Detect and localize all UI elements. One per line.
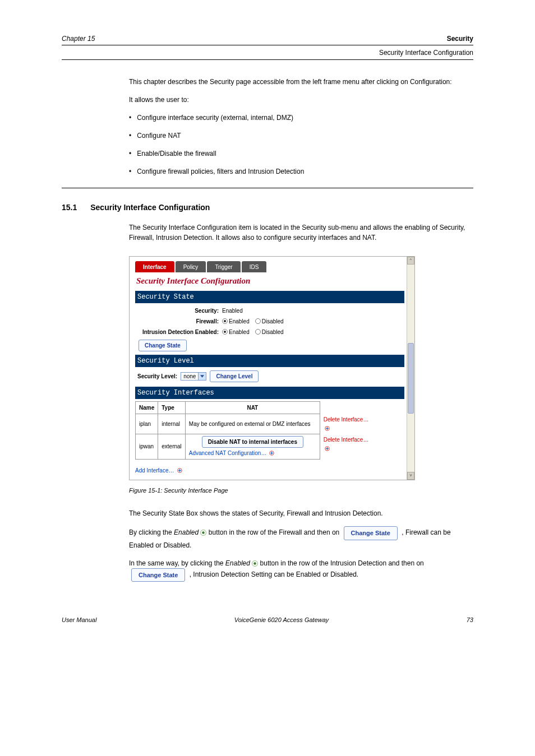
row2-nat: Disable NAT to internal interfaces Advan… <box>185 434 320 459</box>
row1-nat: May be configured on external or DMZ int… <box>185 414 320 434</box>
disable-nat-button[interactable]: Disable NAT to internal interfaces <box>202 436 303 448</box>
ids-disabled-radio[interactable]: Disabled <box>255 328 284 336</box>
change-state-inline-button[interactable]: Change State <box>344 526 398 540</box>
add-interface-link[interactable]: Add Interface… <box>135 467 174 474</box>
delete-interface-link[interactable]: Delete Interface… <box>324 416 369 423</box>
svg-point-5 <box>202 532 205 534</box>
security-value: Enabled <box>222 307 243 315</box>
tab-interface[interactable]: Interface <box>135 261 174 272</box>
footer-left: User Manual <box>62 615 96 625</box>
change-level-button[interactable]: Change Level <box>210 370 259 382</box>
col-name: Name <box>136 401 158 414</box>
action-icon <box>325 446 330 451</box>
footer-right: 73 <box>467 615 473 625</box>
scroll-track[interactable] <box>407 265 414 472</box>
interfaces-table: Name Type NAT iplan internal May be conf… <box>135 401 376 460</box>
level-label: Security Level: <box>137 372 177 381</box>
row2-name: ipwan <box>136 434 158 459</box>
firewall-enabled-radio[interactable]: Enabled <box>222 317 250 326</box>
col-type: Type <box>158 401 186 414</box>
body-paragraph: In the same way, by clicking the Enabled… <box>129 558 473 582</box>
security-label: Security: <box>135 307 222 315</box>
delete-interface-link[interactable]: Delete Interface… <box>324 437 369 443</box>
section-bar-interfaces: Security Interfaces <box>135 387 404 399</box>
radio-selected-icon <box>252 560 258 567</box>
row1-name: iplan <box>136 414 158 434</box>
action-icon <box>325 426 330 431</box>
firewall-label: Firewall: <box>135 317 222 326</box>
table-header-row: Name Type NAT <box>136 401 376 414</box>
divider <box>62 188 473 188</box>
table-row: ipwan external Disable NAT to internal i… <box>136 434 376 459</box>
section-desc: The Security Interface Configuration ite… <box>129 222 473 243</box>
ids-label: Intrusion Detection Enabled: <box>135 328 222 336</box>
intro-b1: • Configure interface security (external… <box>129 113 473 123</box>
footer-center: VoiceGenie 6020 Access Gateway <box>234 615 329 625</box>
header-chapter: Chapter 15 <box>62 34 95 44</box>
body-paragraph: By clicking the Enabled button in the ro… <box>129 526 473 550</box>
level-select[interactable]: none <box>181 372 206 381</box>
tab-policy[interactable]: Policy <box>176 261 206 272</box>
intro-p1: This chapter describes the Security page… <box>129 77 473 87</box>
intro-p2: It allows the user to: <box>129 95 473 105</box>
intro-b4: • Configure firewall policies, filters a… <box>129 166 473 177</box>
figure-caption: Figure 15-1: Security Interface Page <box>129 486 473 495</box>
header-sub: Security Interface Configuration <box>62 46 473 60</box>
firewall-disabled-radio[interactable]: Disabled <box>255 317 284 326</box>
intro-b2: • Configure NAT <box>129 131 473 141</box>
advanced-nat-link[interactable]: Advanced NAT Configuration… <box>189 450 267 456</box>
tab-trigger[interactable]: Trigger <box>207 261 240 272</box>
radio-selected-icon <box>200 530 206 536</box>
change-state-button[interactable]: Change State <box>139 340 187 351</box>
col-nat: NAT <box>185 401 320 414</box>
figure-screenshot: ^ v Interface Policy Trigger IDS Securit… <box>129 256 415 480</box>
section-bar-state: Security State <box>135 291 404 303</box>
table-row: iplan internal May be configured on exte… <box>136 414 376 434</box>
svg-point-7 <box>254 562 256 564</box>
ids-enabled-radio[interactable]: Enabled <box>222 328 250 336</box>
header-title: Security <box>95 34 473 44</box>
intro-b3: • Enable/Disable the firewall <box>129 149 473 159</box>
section-title: Security Interface Configuration <box>90 202 210 214</box>
scroll-down-icon[interactable]: v <box>407 472 414 480</box>
chevron-down-icon <box>198 373 206 380</box>
scroll-up-icon[interactable]: ^ <box>407 257 414 265</box>
panel-title: Security Interface Configuration <box>136 275 404 287</box>
body-paragraph: The Security State Box shows the states … <box>129 508 473 518</box>
section-bar-level: Security Level <box>135 355 404 367</box>
row1-type: internal <box>158 414 186 434</box>
section-number: 15.1 <box>62 202 77 214</box>
row2-type: external <box>158 434 186 459</box>
action-icon <box>177 468 182 473</box>
change-state-inline-button[interactable]: Change State <box>131 568 185 582</box>
tab-ids[interactable]: IDS <box>242 261 267 272</box>
scroll-thumb[interactable] <box>408 343 414 414</box>
scrollbar[interactable]: ^ v <box>407 257 414 480</box>
action-icon <box>269 451 274 456</box>
